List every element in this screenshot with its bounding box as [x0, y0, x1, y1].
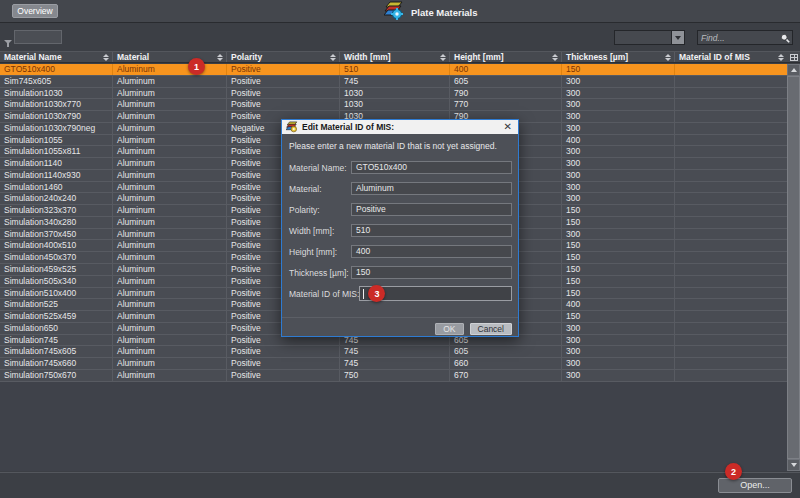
- table-row[interactable]: Simulation750x670AluminumPositive7506703…: [0, 370, 787, 382]
- table-row[interactable]: Simulation1030AluminumPositive1030790300: [0, 88, 787, 100]
- dialog-field: Width [mm]:510: [289, 224, 512, 237]
- cell-material: Aluminum: [113, 182, 227, 193]
- cell-height: 605: [450, 76, 562, 87]
- column-config-button[interactable]: [787, 52, 800, 62]
- filter-combobox[interactable]: [614, 30, 685, 45]
- cell-thickness: 300: [562, 88, 675, 99]
- dialog-title-bar[interactable]: Edit Material ID of MIS: ✕: [282, 120, 518, 134]
- sort-arrows-icon[interactable]: [552, 54, 558, 61]
- sort-arrows-icon[interactable]: [440, 54, 446, 61]
- find-box: [697, 30, 793, 45]
- cell-name: Simulation1055x811: [0, 146, 113, 157]
- column-header-height-mm-[interactable]: Height [mm]: [450, 52, 562, 62]
- cell-mis: [675, 311, 787, 322]
- cell-height: 770: [450, 99, 562, 110]
- table-row[interactable]: Sim745x605AluminumPositive745605300: [0, 76, 787, 88]
- close-icon[interactable]: ✕: [502, 120, 514, 134]
- cell-thickness: 400: [562, 299, 675, 310]
- cell-material: Aluminum: [113, 158, 227, 169]
- footer-bar: [0, 473, 800, 498]
- cell-mis: [675, 76, 787, 87]
- cell-material: Aluminum: [113, 229, 227, 240]
- table-row[interactable]: GTO510x400AluminumPositive510400150: [0, 64, 787, 76]
- field-input[interactable]: Positive: [351, 203, 512, 216]
- cell-height: 605: [450, 346, 562, 357]
- column-header-material-name[interactable]: Material Name: [0, 52, 113, 62]
- column-header-polarity[interactable]: Polarity: [227, 52, 340, 62]
- plate-materials-icon: [384, 1, 404, 24]
- field-input[interactable]: 510: [351, 224, 512, 237]
- cell-polarity: Positive: [227, 99, 340, 110]
- field-label: Material Name:: [289, 163, 351, 173]
- cell-name: Simulation450x370: [0, 252, 113, 263]
- dialog-title: Edit Material ID of MIS:: [302, 122, 502, 132]
- sort-arrows-icon[interactable]: [217, 54, 223, 61]
- column-header-material-id-of-mis[interactable]: Material ID of MIS: [675, 52, 787, 62]
- field-value: Aluminum: [356, 183, 394, 194]
- cell-material: Aluminum: [113, 123, 227, 134]
- scroll-up-button[interactable]: [787, 64, 800, 76]
- table-row[interactable]: Simulation745x605AluminumPositive7456053…: [0, 346, 787, 358]
- cell-width: 745: [340, 358, 450, 369]
- field-label: Material:: [289, 184, 351, 194]
- cell-material: Aluminum: [113, 335, 227, 346]
- cell-width: 1030: [340, 88, 450, 99]
- cell-width: 1030: [340, 99, 450, 110]
- table-row[interactable]: Simulation1030x770AluminumPositive103077…: [0, 99, 787, 111]
- scrollbar-thumb[interactable]: [787, 76, 800, 459]
- cell-thickness: 150: [562, 217, 675, 228]
- cell-thickness: 150: [562, 240, 675, 251]
- cell-thickness: 300: [562, 323, 675, 334]
- field-input[interactable]: 3: [359, 286, 512, 301]
- field-input[interactable]: 150: [351, 266, 512, 279]
- chevron-down-icon[interactable]: [671, 31, 684, 44]
- cell-name: Simulation459x525: [0, 264, 113, 275]
- cell-material: Aluminum: [113, 276, 227, 287]
- dialog-icon: [286, 121, 298, 133]
- cell-height: 400: [450, 64, 562, 75]
- cell-thickness: 300: [562, 99, 675, 110]
- table-row[interactable]: Simulation745x660AluminumPositive7456603…: [0, 358, 787, 370]
- cell-name: Simulation505x340: [0, 276, 113, 287]
- cell-name: Simulation340x280: [0, 217, 113, 228]
- quick-filter-input[interactable]: [14, 30, 62, 44]
- cell-name: GTO510x400: [0, 64, 113, 75]
- vertical-scrollbar[interactable]: [787, 64, 800, 471]
- cell-mis: [675, 158, 787, 169]
- field-input[interactable]: 400: [351, 245, 512, 258]
- cell-mis: [675, 323, 787, 334]
- column-header-material[interactable]: Material: [113, 52, 227, 62]
- cell-name: Simulation1030: [0, 88, 113, 99]
- cell-material: Aluminum: [113, 217, 227, 228]
- annotation-badge-2: 2: [725, 463, 742, 480]
- dialog-field: Material Name:GTO510x400: [289, 161, 512, 174]
- scroll-down-button[interactable]: [787, 459, 800, 471]
- cell-mis: [675, 252, 787, 263]
- sort-arrows-icon[interactable]: [330, 54, 336, 61]
- field-value: 510: [356, 225, 370, 236]
- sort-arrows-icon[interactable]: [778, 54, 784, 61]
- clear-filter-icon[interactable]: [4, 34, 13, 42]
- cell-name: Sim745x605: [0, 76, 113, 87]
- field-input[interactable]: GTO510x400: [351, 161, 512, 174]
- field-input[interactable]: Aluminum: [351, 182, 512, 195]
- open-button[interactable]: Open...: [718, 478, 792, 493]
- cell-mis: [675, 240, 787, 251]
- sort-arrows-icon[interactable]: [665, 54, 671, 61]
- cell-name: Simulation1030x790neg: [0, 123, 113, 134]
- cell-name: Simulation323x370: [0, 205, 113, 216]
- cell-mis: [675, 335, 787, 346]
- cell-thickness: 300: [562, 170, 675, 181]
- cell-thickness: 300: [562, 146, 675, 157]
- column-header-thickness-m-[interactable]: Thickness [µm]: [562, 52, 675, 62]
- cell-thickness: 300: [562, 358, 675, 369]
- cell-mis: [675, 205, 787, 216]
- overview-button[interactable]: Overview: [12, 4, 58, 18]
- cell-thickness: 300: [562, 346, 675, 357]
- ok-button[interactable]: OK: [435, 323, 463, 335]
- cancel-button[interactable]: Cancel: [470, 323, 512, 335]
- search-icon[interactable]: [780, 33, 792, 43]
- sort-arrows-icon[interactable]: [103, 54, 109, 61]
- column-header-width-mm-[interactable]: Width [mm]: [340, 52, 450, 62]
- find-input[interactable]: [698, 33, 780, 43]
